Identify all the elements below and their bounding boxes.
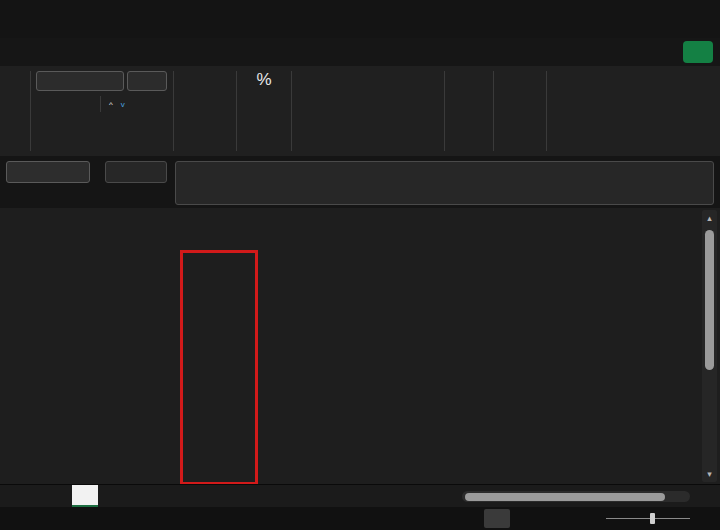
minimize-button[interactable] [595,0,633,38]
close-button[interactable] [681,0,719,38]
scroll-up-icon[interactable]: ▴ [702,212,717,224]
page-break-view-button[interactable] [558,509,584,528]
styles-group [292,66,444,156]
formula-buttons [105,161,167,183]
divider [100,96,101,112]
cell-styles-button[interactable] [297,113,439,134]
title-bar [0,0,720,38]
ribbon: ^ v % [0,66,720,156]
selection-highlight-border [180,250,258,485]
format-as-table-button[interactable] [297,92,439,113]
sheet-tab-bar [0,484,720,507]
font-group: ^ v [31,66,173,156]
font-color-swatch [68,127,82,130]
status-bar [0,507,720,530]
page-layout-view-button[interactable] [521,509,547,528]
fill-color-swatch [45,127,59,130]
editing-group-button[interactable] [494,66,546,156]
scroll-down-icon[interactable]: ▾ [702,468,717,480]
font-size-select[interactable] [127,71,167,91]
fill-color-button[interactable] [45,120,61,137]
paste-button[interactable] [5,71,17,134]
search-button[interactable] [550,0,588,38]
spreadsheet-grid: ▴ ▾ [0,208,720,484]
cells-group-button[interactable] [445,66,493,156]
formula-bar-drag-dots[interactable] [90,161,103,165]
cut-button[interactable] [23,73,25,90]
sheet-tab-sheet1[interactable] [72,485,98,508]
normal-view-button[interactable] [484,509,510,528]
zoom-slider[interactable] [606,518,690,519]
conditional-formatting-button[interactable] [297,71,439,92]
formula-bar-row [0,156,720,208]
alignment-group-button[interactable] [174,66,236,156]
share-button[interactable] [683,41,713,63]
horizontal-scrollbar[interactable] [462,491,690,502]
clipboard-group [0,66,30,156]
copy-button[interactable] [23,95,25,112]
formula-input[interactable] [175,161,714,205]
font-color-button[interactable] [68,120,84,137]
add-ins-button[interactable] [552,71,614,76]
add-ins-group [547,66,619,156]
vertical-scrollbar[interactable]: ▴ ▾ [702,210,717,482]
number-group-button[interactable]: % [237,66,291,156]
format-painter-button[interactable] [23,117,25,134]
ribbon-tab-row [0,38,720,66]
column-headers [0,208,720,231]
vertical-scrollbar-thumb[interactable] [705,230,714,370]
borders-button[interactable] [36,120,38,137]
decrease-font-button[interactable]: v [120,100,125,109]
font-family-select[interactable] [36,71,124,91]
maximize-button[interactable] [640,0,678,38]
name-box[interactable] [6,161,90,183]
increase-font-button[interactable]: ^ [108,100,113,109]
zoom-slider-thumb[interactable] [650,513,655,524]
horizontal-scrollbar-thumb[interactable] [465,493,665,501]
percent-icon: % [256,70,271,90]
